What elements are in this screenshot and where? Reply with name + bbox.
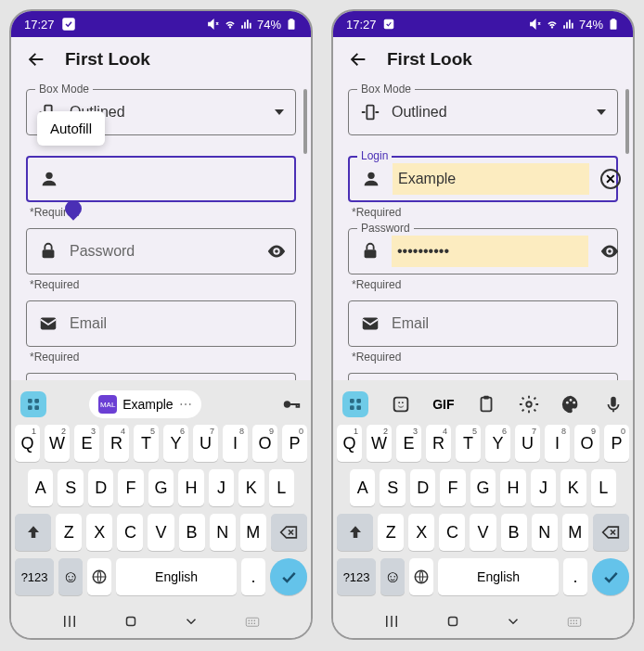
email-input[interactable] bbox=[392, 301, 606, 346]
enter-key[interactable] bbox=[270, 558, 307, 595]
email-input[interactable] bbox=[70, 301, 284, 346]
key-r[interactable]: R4 bbox=[426, 425, 451, 462]
email-field[interactable] bbox=[26, 300, 296, 347]
dropdown-icon[interactable] bbox=[597, 109, 606, 115]
login-field[interactable]: Autofill bbox=[26, 156, 296, 202]
back-icon[interactable] bbox=[26, 49, 46, 70]
password-input[interactable] bbox=[392, 236, 588, 267]
period-key[interactable]: . bbox=[241, 558, 265, 595]
key-v[interactable]: V bbox=[470, 514, 496, 551]
key-n[interactable]: N bbox=[210, 514, 236, 551]
kb-app-icon[interactable] bbox=[20, 391, 46, 417]
symbols-key[interactable]: ?123 bbox=[15, 558, 54, 595]
period-key[interactable]: . bbox=[563, 558, 587, 595]
login-input[interactable] bbox=[393, 163, 589, 195]
eye-icon[interactable] bbox=[266, 241, 287, 262]
password-field[interactable] bbox=[26, 228, 296, 274]
shift-key[interactable] bbox=[337, 514, 373, 551]
key-g[interactable]: G bbox=[470, 469, 496, 506]
keyboard-nav-icon[interactable] bbox=[566, 613, 583, 630]
back-nav-icon[interactable] bbox=[183, 613, 200, 630]
palette-icon[interactable] bbox=[560, 394, 581, 415]
key-t[interactable]: T5 bbox=[456, 425, 481, 462]
key-m[interactable]: M bbox=[562, 514, 588, 551]
kb-suggest[interactable]: MAL Example ⋯ bbox=[89, 390, 200, 418]
clear-icon[interactable]: ✕ bbox=[600, 169, 621, 189]
mic-icon[interactable] bbox=[603, 394, 624, 415]
backspace-key[interactable] bbox=[593, 514, 629, 551]
key-q[interactable]: Q1 bbox=[337, 425, 362, 462]
key-w[interactable]: W2 bbox=[367, 425, 392, 462]
key-p[interactable]: P0 bbox=[604, 425, 629, 462]
key-l[interactable]: L bbox=[591, 469, 616, 506]
key-y[interactable]: Y6 bbox=[485, 425, 510, 462]
key-t[interactable]: T5 bbox=[134, 425, 159, 462]
language-key[interactable] bbox=[87, 558, 111, 595]
kb-app-icon[interactable] bbox=[342, 391, 368, 417]
login-input[interactable] bbox=[71, 158, 283, 200]
eye-icon[interactable] bbox=[599, 241, 620, 262]
birthdate-field-peek[interactable] bbox=[348, 373, 618, 380]
space-key[interactable]: English bbox=[116, 558, 237, 595]
key-z[interactable]: Z bbox=[378, 514, 404, 551]
back-icon[interactable] bbox=[348, 49, 368, 70]
key-b[interactable]: B bbox=[501, 514, 527, 551]
emoji-key[interactable]: ☺ bbox=[58, 558, 83, 595]
key-x[interactable]: X bbox=[86, 514, 112, 551]
key-y[interactable]: Y6 bbox=[163, 425, 188, 462]
key-j[interactable]: J bbox=[209, 469, 234, 506]
key-f[interactable]: F bbox=[440, 469, 465, 506]
back-nav-icon[interactable] bbox=[505, 613, 522, 630]
key-d[interactable]: D bbox=[410, 469, 435, 506]
email-field[interactable] bbox=[348, 300, 618, 347]
recent-icon[interactable] bbox=[383, 613, 400, 630]
language-key[interactable] bbox=[409, 558, 433, 595]
key-x[interactable]: X bbox=[408, 514, 434, 551]
key-m[interactable]: M bbox=[240, 514, 266, 551]
dropdown-icon[interactable] bbox=[275, 109, 284, 115]
key-z[interactable]: Z bbox=[56, 514, 82, 551]
key-u[interactable]: U7 bbox=[515, 425, 540, 462]
key-a[interactable]: A bbox=[350, 469, 375, 506]
key-k[interactable]: K bbox=[560, 469, 586, 506]
home-icon[interactable] bbox=[122, 613, 139, 630]
key-c[interactable]: C bbox=[117, 514, 143, 551]
boxmode-field[interactable]: Box Mode Outlined bbox=[348, 89, 618, 135]
keyboard[interactable]: GIF Q1W2E3R4T5Y6U7I8O9P0 ASDFGHJKL ZXCVB… bbox=[333, 380, 633, 605]
gif-icon[interactable]: GIF bbox=[432, 397, 454, 412]
key-i[interactable]: I8 bbox=[545, 425, 570, 462]
key-w[interactable]: W2 bbox=[45, 425, 70, 462]
key-u[interactable]: U7 bbox=[193, 425, 218, 462]
key-o[interactable]: O9 bbox=[252, 425, 277, 462]
keyboard-nav-icon[interactable] bbox=[244, 613, 261, 630]
key-q[interactable]: Q1 bbox=[15, 425, 40, 462]
emoji-key[interactable]: ☺ bbox=[380, 558, 405, 595]
key-a[interactable]: A bbox=[28, 469, 53, 506]
key-n[interactable]: N bbox=[532, 514, 558, 551]
key-l[interactable]: L bbox=[269, 469, 294, 506]
key-s[interactable]: S bbox=[58, 469, 83, 506]
password-input[interactable] bbox=[70, 229, 255, 274]
sticker-icon[interactable] bbox=[391, 394, 411, 415]
keyboard[interactable]: MAL Example ⋯ Q1W2E3R4T5Y6U7I8O9P0 ASDFG… bbox=[11, 380, 311, 605]
key-v[interactable]: V bbox=[148, 514, 174, 551]
key-i[interactable]: I8 bbox=[223, 425, 248, 462]
scrollbar[interactable] bbox=[303, 89, 307, 154]
recent-icon[interactable] bbox=[61, 613, 78, 630]
key-o[interactable]: O9 bbox=[574, 425, 599, 462]
space-key[interactable]: English bbox=[438, 558, 559, 595]
key-d[interactable]: D bbox=[88, 469, 113, 506]
symbols-key[interactable]: ?123 bbox=[337, 558, 376, 595]
key-s[interactable]: S bbox=[380, 469, 405, 506]
key-h[interactable]: H bbox=[500, 469, 525, 506]
key-k[interactable]: K bbox=[238, 469, 264, 506]
key-e[interactable]: E3 bbox=[74, 425, 99, 462]
key-f[interactable]: F bbox=[118, 469, 143, 506]
clipboard-icon[interactable] bbox=[476, 394, 496, 415]
key-c[interactable]: C bbox=[439, 514, 465, 551]
backspace-key[interactable] bbox=[271, 514, 307, 551]
password-field[interactable]: Password bbox=[348, 228, 618, 274]
shift-key[interactable] bbox=[15, 514, 51, 551]
more-icon[interactable]: ⋯ bbox=[179, 397, 192, 412]
key-b[interactable]: B bbox=[179, 514, 205, 551]
